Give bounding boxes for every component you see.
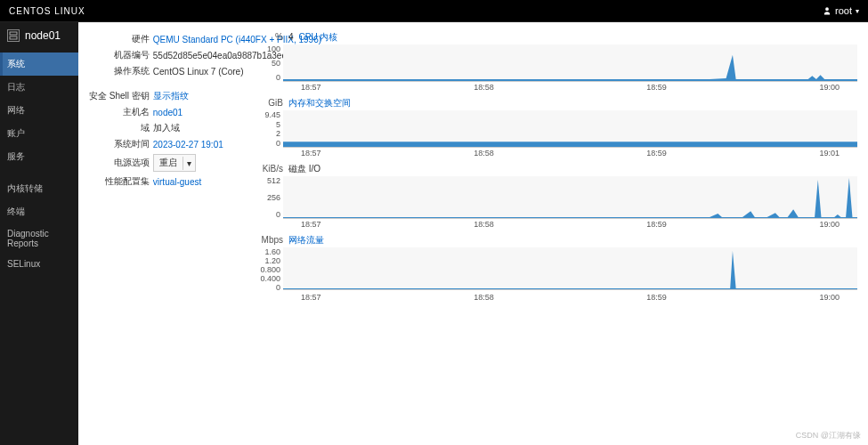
chart-mem-unit: GiB: [258, 98, 283, 108]
xtick: 19:00: [819, 83, 840, 92]
info-label-power: 电源选项: [89, 152, 153, 174]
chart-cpu-plot[interactable]: [283, 44, 857, 82]
sidebar-item-label: 账户: [7, 128, 25, 138]
chart-mem: GiB 内存和交换空间 9.45 5 2 0: [258, 97, 857, 158]
chart-mem-title[interactable]: 内存和交换空间: [288, 97, 351, 109]
ytick: 0: [276, 73, 280, 82]
ytick: 1.20: [264, 256, 280, 265]
chart-disk-plot[interactable]: [283, 176, 857, 219]
charts-panel: % 4 CPU 内核 100 50 0: [258, 31, 857, 302]
sidebar-item-label: 系统: [7, 59, 25, 69]
chart-disk-title[interactable]: 磁盘 I/O: [288, 163, 320, 175]
sidebar-item-accounts[interactable]: 账户: [0, 122, 78, 145]
topbar: CENTOS LINUX root ▾: [0, 0, 868, 22]
info-label-os: 操作系统: [89, 63, 153, 79]
sidebar-item-services[interactable]: 服务: [0, 145, 78, 168]
watermark: CSDN @江湖有缘: [796, 430, 861, 441]
user-icon: [823, 6, 831, 15]
xtick: 18:57: [301, 149, 321, 158]
chart-net-unit: Mbps: [258, 235, 283, 245]
xtick: 18:59: [646, 293, 667, 302]
xtick: 19:01: [819, 149, 840, 158]
sidebar-item-kdump[interactable]: 内核转储: [0, 177, 78, 200]
ytick: 0: [276, 283, 280, 292]
nav-primary: 系统 日志 网络 账户 服务 内核转储 终端 Diagnostic Report…: [0, 53, 78, 274]
info-label-profile: 性能配置集: [89, 174, 153, 190]
chart-net-plot[interactable]: [283, 247, 857, 290]
host-selector[interactable]: node01: [0, 22, 78, 49]
info-label-domain: 域: [89, 120, 153, 136]
ytick: 512: [267, 176, 280, 185]
chart-disk-xaxis: 18:57 18:58 18:59 19:00: [283, 219, 857, 229]
sidebar-item-logs[interactable]: 日志: [0, 76, 78, 99]
sidebar: node01 系统 日志 网络 账户 服务 内核转储 终端 Diagnostic…: [0, 22, 78, 445]
xtick: 18:57: [301, 220, 321, 229]
xtick: 18:59: [646, 149, 667, 158]
chart-cpu-prefix: 4: [288, 32, 294, 42]
info-value-ssh[interactable]: 显示指纹: [153, 91, 189, 101]
sidebar-item-selinux[interactable]: SELinux: [0, 254, 78, 274]
xtick: 18:58: [474, 220, 494, 229]
ytick: 1.60: [264, 247, 280, 256]
sidebar-item-label: 终端: [7, 206, 25, 216]
chart-cpu-yaxis: 100 50 0: [258, 44, 283, 82]
info-value-hostname[interactable]: node01: [153, 108, 183, 117]
chart-cpu-xaxis: 18:57 18:58 18:59 19:00: [283, 82, 857, 92]
ytick: 50: [272, 59, 280, 68]
ytick: 256: [267, 193, 280, 202]
chart-mem-plot[interactable]: [283, 110, 857, 148]
sidebar-item-label: Diagnostic Reports: [7, 229, 49, 248]
ytick: 2: [276, 129, 280, 138]
chart-disk-yaxis: 512 256 0: [258, 176, 283, 219]
info-value-domain[interactable]: 加入域: [153, 123, 180, 133]
sidebar-item-network[interactable]: 网络: [0, 99, 78, 122]
ytick: 0: [276, 139, 280, 148]
chart-net-title[interactable]: 网络流量: [288, 234, 324, 247]
svg-rect-0: [10, 32, 17, 35]
ytick: 0.800: [260, 265, 280, 274]
xtick: 19:00: [819, 293, 840, 302]
user-menu[interactable]: root ▾: [823, 5, 859, 16]
xtick: 18:59: [646, 83, 667, 92]
sidebar-item-label: 内核转储: [7, 183, 43, 193]
info-label-hostname: 主机名: [89, 104, 153, 120]
sidebar-item-label: 服务: [7, 151, 25, 161]
info-value-systime[interactable]: 2023-02-27 19:01: [153, 140, 223, 150]
chart-net-xaxis: 18:57 18:58 18:59 19:00: [283, 292, 857, 302]
xtick: 18:59: [646, 220, 667, 229]
chart-mem-xaxis: 18:57 18:58 18:59 19:01: [283, 148, 857, 158]
ytick: 0: [276, 210, 280, 219]
sidebar-item-system[interactable]: 系统: [0, 53, 78, 76]
chart-cpu: % 4 CPU 内核 100 50 0: [258, 31, 857, 92]
ytick: 9.45: [264, 110, 280, 119]
chart-disk: KiB/s 磁盘 I/O 512 256 0: [258, 163, 857, 229]
info-label-ssh: 安全 Shell 密钥: [89, 88, 153, 104]
info-value-profile[interactable]: virtual-guest: [153, 177, 201, 187]
sidebar-item-label: 日志: [7, 82, 25, 92]
info-panel: 硬件QEMU Standard PC (i440FX + PIIX, 1996)…: [89, 31, 231, 302]
sidebar-item-label: SELinux: [7, 259, 40, 269]
caret-down-icon: ▾: [856, 7, 859, 15]
sidebar-item-terminal[interactable]: 终端: [0, 200, 78, 223]
xtick: 18:58: [474, 149, 494, 158]
server-icon: [7, 29, 20, 42]
sidebar-item-label: 网络: [7, 105, 25, 115]
caret-down-icon[interactable]: ▾: [183, 157, 195, 170]
xtick: 18:58: [474, 293, 494, 302]
xtick: 18:57: [301, 83, 321, 92]
host-name: node01: [25, 29, 61, 42]
chart-cpu-unit: %: [258, 32, 283, 42]
chart-cpu-title[interactable]: CPU 内核: [299, 31, 338, 44]
info-label-hardware: 硬件: [89, 31, 153, 47]
chart-net: Mbps 网络流量 1.60 1.20 0.800 0.400 0: [258, 234, 857, 302]
xtick: 18:57: [301, 293, 321, 302]
sidebar-item-diagnostic[interactable]: Diagnostic Reports: [0, 223, 78, 254]
chart-net-yaxis: 1.60 1.20 0.800 0.400 0: [258, 247, 283, 292]
info-label-systime: 系统时间: [89, 136, 153, 152]
info-value-os: CentOS Linux 7 (Core): [153, 67, 244, 77]
content: 硬件QEMU Standard PC (i440FX + PIIX, 1996)…: [78, 22, 868, 445]
power-button[interactable]: 重启 ▾: [153, 154, 196, 172]
user-name: root: [835, 5, 852, 16]
power-button-label: 重启: [154, 155, 183, 171]
brand: CENTOS LINUX: [9, 6, 85, 16]
